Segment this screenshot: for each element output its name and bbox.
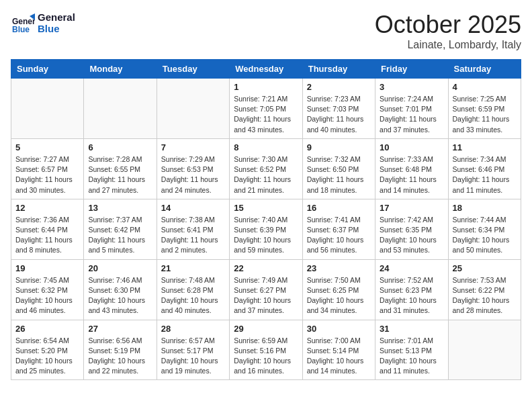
day-info: Sunrise: 7:41 AMSunset: 6:37 PMDaylight:…	[307, 215, 371, 256]
week-row-3: 12Sunrise: 7:36 AMSunset: 6:44 PMDayligh…	[11, 199, 521, 259]
calendar-cell: 13Sunrise: 7:37 AMSunset: 6:42 PMDayligh…	[84, 199, 157, 259]
day-number: 23	[307, 263, 371, 273]
weekday-header-thursday: Thursday	[302, 60, 375, 79]
location-title: Lainate, Lombardy, Italy	[375, 39, 521, 51]
day-number: 29	[234, 324, 298, 334]
day-info: Sunrise: 7:36 AMSunset: 6:44 PMDaylight:…	[15, 215, 79, 256]
weekday-header-tuesday: Tuesday	[157, 60, 229, 79]
day-number: 21	[161, 263, 225, 273]
day-info: Sunrise: 7:29 AMSunset: 6:53 PMDaylight:…	[161, 154, 225, 195]
weekday-header-wednesday: Wednesday	[230, 60, 302, 79]
day-info: Sunrise: 6:59 AMSunset: 5:16 PMDaylight:…	[234, 336, 298, 377]
day-number: 1	[234, 82, 298, 92]
day-number: 7	[161, 142, 225, 152]
logo-blue: Blue	[38, 23, 75, 34]
calendar-cell: 27Sunrise: 6:56 AMSunset: 5:19 PMDayligh…	[84, 320, 157, 380]
day-info: Sunrise: 6:54 AMSunset: 5:20 PMDaylight:…	[15, 336, 79, 377]
day-number: 14	[161, 203, 225, 213]
day-number: 3	[380, 82, 443, 92]
day-number: 8	[234, 142, 298, 152]
calendar-cell: 20Sunrise: 7:46 AMSunset: 6:30 PMDayligh…	[84, 259, 157, 320]
day-number: 19	[15, 263, 79, 273]
day-number: 27	[88, 324, 152, 334]
day-number: 13	[88, 203, 152, 213]
day-info: Sunrise: 7:28 AMSunset: 6:55 PMDaylight:…	[88, 154, 152, 195]
day-info: Sunrise: 7:23 AMSunset: 7:03 PMDaylight:…	[307, 94, 371, 135]
day-number: 6	[88, 142, 152, 152]
calendar-cell: 9Sunrise: 7:32 AMSunset: 6:50 PMDaylight…	[302, 138, 375, 199]
calendar-cell: 31Sunrise: 7:01 AMSunset: 5:13 PMDayligh…	[375, 320, 448, 380]
day-info: Sunrise: 7:50 AMSunset: 6:25 PMDaylight:…	[307, 275, 371, 316]
calendar-cell: 14Sunrise: 7:38 AMSunset: 6:41 PMDayligh…	[157, 199, 229, 259]
day-number: 22	[234, 263, 298, 273]
calendar-cell: 29Sunrise: 6:59 AMSunset: 5:16 PMDayligh…	[230, 320, 302, 380]
calendar-table: SundayMondayTuesdayWednesdayThursdayFrid…	[11, 59, 521, 380]
calendar-cell: 25Sunrise: 7:53 AMSunset: 6:22 PMDayligh…	[448, 259, 521, 320]
week-row-2: 5Sunrise: 7:27 AMSunset: 6:57 PMDaylight…	[11, 138, 521, 199]
day-info: Sunrise: 6:56 AMSunset: 5:19 PMDaylight:…	[88, 336, 152, 377]
calendar-cell: 1Sunrise: 7:21 AMSunset: 7:05 PMDaylight…	[230, 79, 302, 139]
day-info: Sunrise: 7:01 AMSunset: 5:13 PMDaylight:…	[380, 336, 443, 377]
calendar-cell: 19Sunrise: 7:45 AMSunset: 6:32 PMDayligh…	[11, 259, 84, 320]
week-row-1: 1Sunrise: 7:21 AMSunset: 7:05 PMDaylight…	[11, 79, 521, 139]
calendar-cell	[157, 79, 229, 139]
day-number: 9	[307, 142, 371, 152]
calendar-cell: 16Sunrise: 7:41 AMSunset: 6:37 PMDayligh…	[302, 199, 375, 259]
calendar-cell: 24Sunrise: 7:52 AMSunset: 6:23 PMDayligh…	[375, 259, 448, 320]
day-number: 5	[15, 142, 79, 152]
month-title: October 2025	[375, 11, 521, 39]
day-info: Sunrise: 6:57 AMSunset: 5:17 PMDaylight:…	[161, 336, 225, 377]
day-number: 4	[453, 82, 517, 92]
calendar-cell: 5Sunrise: 7:27 AMSunset: 6:57 PMDaylight…	[11, 138, 84, 199]
calendar-cell: 4Sunrise: 7:25 AMSunset: 6:59 PMDaylight…	[448, 79, 521, 139]
day-info: Sunrise: 7:24 AMSunset: 7:01 PMDaylight:…	[380, 94, 443, 135]
calendar-cell: 8Sunrise: 7:30 AMSunset: 6:52 PMDaylight…	[230, 138, 302, 199]
calendar-cell: 7Sunrise: 7:29 AMSunset: 6:53 PMDaylight…	[157, 138, 229, 199]
day-info: Sunrise: 7:30 AMSunset: 6:52 PMDaylight:…	[234, 154, 298, 195]
day-number: 24	[380, 263, 443, 273]
day-number: 2	[307, 82, 371, 92]
day-number: 11	[453, 142, 517, 152]
calendar-cell: 3Sunrise: 7:24 AMSunset: 7:01 PMDaylight…	[375, 79, 448, 139]
day-info: Sunrise: 7:32 AMSunset: 6:50 PMDaylight:…	[307, 154, 371, 195]
calendar-cell: 10Sunrise: 7:33 AMSunset: 6:48 PMDayligh…	[375, 138, 448, 199]
day-info: Sunrise: 7:53 AMSunset: 6:22 PMDaylight:…	[453, 275, 517, 316]
calendar-cell	[448, 320, 521, 380]
weekday-header-sunday: Sunday	[11, 60, 84, 79]
calendar-cell: 12Sunrise: 7:36 AMSunset: 6:44 PMDayligh…	[11, 199, 84, 259]
day-number: 18	[453, 203, 517, 213]
day-number: 30	[307, 324, 371, 334]
day-info: Sunrise: 7:27 AMSunset: 6:57 PMDaylight:…	[15, 154, 79, 195]
day-number: 26	[15, 324, 79, 334]
day-info: Sunrise: 7:37 AMSunset: 6:42 PMDaylight:…	[88, 215, 152, 256]
calendar-cell: 28Sunrise: 6:57 AMSunset: 5:17 PMDayligh…	[157, 320, 229, 380]
day-number: 10	[380, 142, 443, 152]
day-info: Sunrise: 7:44 AMSunset: 6:34 PMDaylight:…	[453, 215, 517, 256]
day-info: Sunrise: 7:00 AMSunset: 5:14 PMDaylight:…	[307, 336, 371, 377]
day-number: 20	[88, 263, 152, 273]
calendar-cell: 15Sunrise: 7:40 AMSunset: 6:39 PMDayligh…	[230, 199, 302, 259]
day-number: 31	[380, 324, 443, 334]
day-info: Sunrise: 7:42 AMSunset: 6:35 PMDaylight:…	[380, 215, 443, 256]
calendar-cell: 21Sunrise: 7:48 AMSunset: 6:28 PMDayligh…	[157, 259, 229, 320]
calendar-cell: 11Sunrise: 7:34 AMSunset: 6:46 PMDayligh…	[448, 138, 521, 199]
day-info: Sunrise: 7:46 AMSunset: 6:30 PMDaylight:…	[88, 275, 152, 316]
day-number: 17	[380, 203, 443, 213]
day-info: Sunrise: 7:25 AMSunset: 6:59 PMDaylight:…	[453, 94, 517, 135]
calendar-cell: 17Sunrise: 7:42 AMSunset: 6:35 PMDayligh…	[375, 199, 448, 259]
day-info: Sunrise: 7:48 AMSunset: 6:28 PMDaylight:…	[161, 275, 225, 316]
day-info: Sunrise: 7:40 AMSunset: 6:39 PMDaylight:…	[234, 215, 298, 256]
day-info: Sunrise: 7:52 AMSunset: 6:23 PMDaylight:…	[380, 275, 443, 316]
logo: General Blue General Blue	[11, 11, 75, 35]
calendar-cell: 26Sunrise: 6:54 AMSunset: 5:20 PMDayligh…	[11, 320, 84, 380]
week-row-5: 26Sunrise: 6:54 AMSunset: 5:20 PMDayligh…	[11, 320, 521, 380]
day-number: 12	[15, 203, 79, 213]
calendar-cell	[11, 79, 84, 139]
day-number: 15	[234, 203, 298, 213]
calendar-cell: 23Sunrise: 7:50 AMSunset: 6:25 PMDayligh…	[302, 259, 375, 320]
calendar-cell: 2Sunrise: 7:23 AMSunset: 7:03 PMDaylight…	[302, 79, 375, 139]
weekday-header-friday: Friday	[375, 60, 448, 79]
weekday-header-monday: Monday	[84, 60, 157, 79]
day-info: Sunrise: 7:49 AMSunset: 6:27 PMDaylight:…	[234, 275, 298, 316]
calendar-cell	[84, 79, 157, 139]
